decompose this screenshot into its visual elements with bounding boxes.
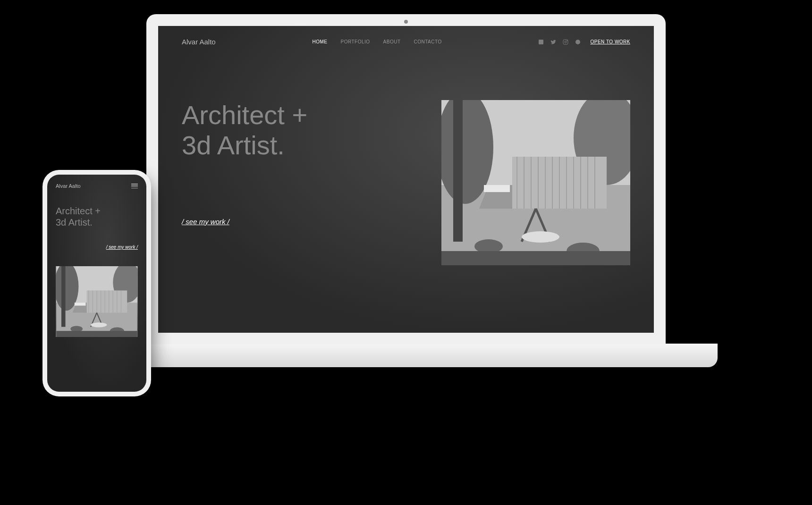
hero-title-line1: Architect + xyxy=(182,100,307,130)
see-my-work-link[interactable]: / see my work / xyxy=(182,218,229,226)
svg-rect-35 xyxy=(61,266,66,327)
site-header: Alvar Aalto HOME PORTFOLIO ABOUT CONTACT… xyxy=(158,26,654,58)
hero-section: Architect + 3d Artist. / see my work / xyxy=(158,58,654,284)
site-logo[interactable]: Alvar Aalto xyxy=(182,38,216,46)
laptop-viewport: Alvar Aalto HOME PORTFOLIO ABOUT CONTACT… xyxy=(158,26,654,333)
nav-item-about[interactable]: ABOUT xyxy=(383,39,401,44)
laptop-screen: Alvar Aalto HOME PORTFOLIO ABOUT CONTACT… xyxy=(146,14,666,345)
mobile-hero-image xyxy=(56,266,138,337)
mobile-see-work-text: / see my work / xyxy=(106,244,138,250)
linkedin-icon[interactable] xyxy=(538,39,544,45)
mobile-logo[interactable]: Alvar Aalto xyxy=(56,183,81,189)
main-nav: HOME PORTFOLIO ABOUT CONTACTO xyxy=(312,39,441,44)
nav-item-contacto[interactable]: CONTACTO xyxy=(414,39,442,44)
laptop-mockup: Alvar Aalto HOME PORTFOLIO ABOUT CONTACT… xyxy=(94,14,718,415)
hero-title: Architect + 3d Artist. xyxy=(182,100,408,161)
mobile-hero-title: Architect + 3d Artist. xyxy=(56,205,138,228)
open-to-work-link[interactable]: OPEN TO WORK xyxy=(590,39,630,44)
hero-image xyxy=(441,100,630,265)
svg-point-4 xyxy=(575,40,580,44)
mobile-see-my-work-link[interactable]: / see my work / xyxy=(56,244,138,250)
hero-text: Architect + 3d Artist. / see my work / xyxy=(182,100,408,226)
nav-item-portfolio[interactable]: PORTFOLIO xyxy=(340,39,370,44)
nav-item-home[interactable]: HOME xyxy=(312,39,327,44)
hamburger-menu-icon[interactable] xyxy=(131,184,138,188)
pinterest-icon[interactable] xyxy=(575,39,581,45)
svg-rect-24 xyxy=(484,185,510,192)
hero-title-line2: 3d Artist. xyxy=(182,130,285,160)
svg-point-3 xyxy=(567,40,567,41)
mobile-hero-title-line2: 3d Artist. xyxy=(56,217,93,227)
svg-rect-0 xyxy=(539,40,543,44)
svg-rect-30 xyxy=(441,251,630,265)
svg-rect-47 xyxy=(75,303,86,305)
svg-point-27 xyxy=(522,231,559,243)
phone-mockup: Alvar Aalto Architect + 3d Artist. / see… xyxy=(42,170,151,396)
phone-frame: Alvar Aalto Architect + 3d Artist. / see… xyxy=(42,170,151,396)
header-right: OPEN TO WORK xyxy=(538,39,630,45)
twitter-icon[interactable] xyxy=(550,39,556,45)
svg-point-2 xyxy=(565,41,567,43)
mobile-header: Alvar Aalto xyxy=(56,183,138,189)
instagram-icon[interactable] xyxy=(563,39,568,45)
svg-rect-53 xyxy=(56,331,137,337)
phone-viewport: Alvar Aalto Architect + 3d Artist. / see… xyxy=(47,175,146,392)
architecture-image-icon xyxy=(441,100,630,265)
laptop-base xyxy=(94,344,718,367)
social-links xyxy=(538,39,581,45)
svg-point-50 xyxy=(91,322,107,327)
mobile-hero-title-line1: Architect + xyxy=(56,206,101,216)
mobile-architecture-image-icon xyxy=(56,266,138,337)
svg-rect-9 xyxy=(453,100,463,242)
